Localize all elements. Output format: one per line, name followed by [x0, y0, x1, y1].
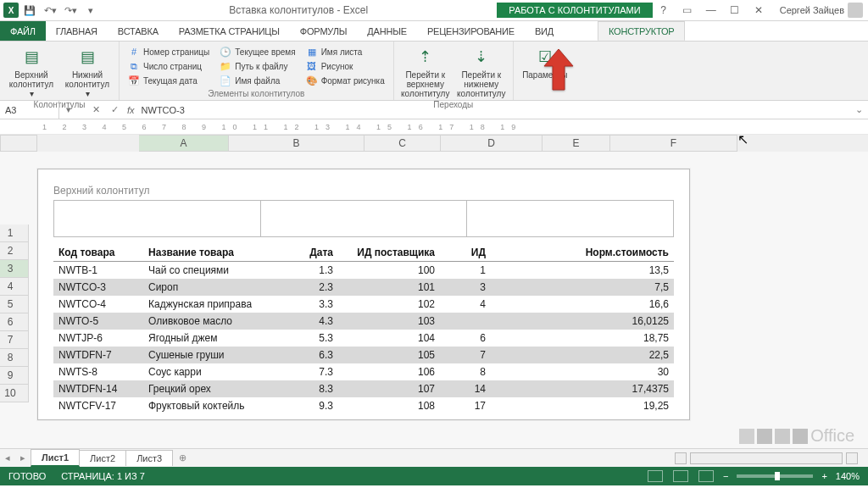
- cell-cost[interactable]: 7,5: [491, 279, 674, 296]
- table-row[interactable]: NWTDFN-7Сушеные груши6.3105722,5: [53, 347, 674, 363]
- cell-supplier[interactable]: 104: [338, 330, 440, 347]
- table-row[interactable]: NWTCO-3Сироп2.310137,5: [53, 279, 674, 296]
- zoom-slider[interactable]: [737, 474, 813, 478]
- elem-page-count[interactable]: ⧉Число страниц: [125, 59, 213, 73]
- cell-supplier[interactable]: 105: [338, 347, 440, 363]
- cell-name[interactable]: Сушеные груши: [143, 347, 279, 363]
- elem-fmt-picture[interactable]: 🎨Формат рисунка: [303, 74, 388, 87]
- elem-page-no[interactable]: #Номер страницы: [125, 45, 213, 58]
- cell-date[interactable]: 6.3: [279, 347, 338, 363]
- fx-icon[interactable]: fx: [124, 105, 138, 115]
- table-row[interactable]: NWTDFN-14Грецкий орех8.31071417,4375: [53, 380, 674, 397]
- cell-supplier[interactable]: 101: [338, 279, 440, 296]
- cell-supplier[interactable]: 107: [338, 380, 440, 397]
- cell-id[interactable]: 8: [440, 363, 491, 380]
- row-header-7[interactable]: 7: [0, 331, 29, 349]
- cell-id[interactable]: 14: [440, 380, 491, 397]
- elem-cur-time[interactable]: 🕒Текущее время: [216, 45, 298, 58]
- goto-bottom-button[interactable]: ⇣Перейти к нижнему колонтитулу: [455, 43, 508, 100]
- elem-filename[interactable]: 📄Имя файла: [216, 74, 298, 87]
- maximize-icon[interactable]: ☐: [724, 2, 746, 19]
- cell-code[interactable]: NWTDFN-14: [53, 380, 143, 397]
- th-id[interactable]: ИД: [440, 244, 491, 262]
- cell-cost[interactable]: 19,25: [491, 397, 674, 414]
- row-header-3[interactable]: 3: [0, 260, 29, 278]
- tab-view[interactable]: ВИД: [525, 21, 564, 41]
- qat-customize-icon[interactable]: ▾: [81, 2, 100, 19]
- cell-code[interactable]: NWTO-5: [53, 313, 143, 330]
- qat-redo-icon[interactable]: ↷▾: [61, 2, 80, 19]
- th-cost[interactable]: Норм.стоимость: [491, 244, 674, 262]
- tab-formulas[interactable]: ФОРМУЛЫ: [290, 21, 357, 41]
- close-icon[interactable]: ✕: [748, 2, 770, 19]
- cell-id[interactable]: 4: [440, 296, 491, 313]
- col-header-d[interactable]: D: [441, 135, 542, 152]
- cell-date[interactable]: 3.3: [279, 296, 338, 313]
- cell-id[interactable]: [440, 313, 491, 330]
- tab-data[interactable]: ДАННЫЕ: [357, 21, 417, 41]
- cell-supplier[interactable]: 100: [338, 262, 440, 280]
- cell-code[interactable]: NWTB-1: [53, 262, 143, 280]
- cell-id[interactable]: 3: [440, 279, 491, 296]
- cell-code[interactable]: NWTDFN-7: [53, 347, 143, 363]
- cell-id[interactable]: 7: [440, 347, 491, 363]
- zoom-out-icon[interactable]: −: [723, 471, 728, 481]
- qat-save-icon[interactable]: 💾: [20, 2, 39, 19]
- table-row[interactable]: NWTJP-6Ягодный джем5.3104618,75: [53, 330, 674, 347]
- formula-expand-icon[interactable]: ⌄: [849, 104, 868, 115]
- cell-date[interactable]: 9.3: [279, 397, 338, 414]
- cell-date[interactable]: 1.3: [279, 262, 338, 280]
- cell-date[interactable]: 4.3: [279, 313, 338, 330]
- cell-code[interactable]: NWTCFV-17: [53, 397, 143, 414]
- cell-name[interactable]: Сироп: [143, 279, 279, 296]
- params-button[interactable]: ☑Параметры: [519, 43, 571, 81]
- horizontal-scrollbar[interactable]: [193, 452, 868, 464]
- help-icon[interactable]: ?: [653, 2, 675, 19]
- row-header-5[interactable]: 5: [0, 296, 29, 313]
- row-header-1[interactable]: 1: [0, 225, 29, 242]
- namebox-dropdown-icon[interactable]: ▾: [59, 104, 78, 115]
- header-top-button[interactable]: ▤Верхний колонтитул ▾: [5, 43, 58, 100]
- row-header-9[interactable]: 9: [0, 367, 29, 385]
- row-header-4[interactable]: 4: [0, 278, 29, 296]
- cell-cost[interactable]: 17,4375: [491, 380, 674, 397]
- accept-formula-icon[interactable]: ✓: [105, 104, 124, 115]
- cell-id[interactable]: 6: [440, 330, 491, 347]
- cell-date[interactable]: 5.3: [279, 330, 338, 347]
- formula-input[interactable]: NWTCO-3: [138, 105, 849, 115]
- elem-sheet[interactable]: ▦Имя листа: [303, 45, 388, 58]
- sheet-tab-3[interactable]: Лист3: [125, 450, 173, 466]
- cell-supplier[interactable]: 103: [338, 313, 440, 330]
- cell-name[interactable]: Оливковое масло: [143, 313, 279, 330]
- table-row[interactable]: NWTO-5Оливковое масло4.310316,0125: [53, 313, 674, 330]
- tab-design[interactable]: КОНСТРУКТОР: [598, 21, 686, 41]
- th-code[interactable]: Код товара: [53, 244, 143, 262]
- col-header-e[interactable]: E: [542, 135, 610, 152]
- add-sheet-icon[interactable]: ⊕: [172, 452, 193, 463]
- sheet-tab-1[interactable]: Лист1: [31, 449, 80, 467]
- cell-code[interactable]: NWTCO-3: [53, 279, 143, 296]
- goto-top-button[interactable]: ⇡Перейти к верхнему колонтитулу: [399, 43, 452, 100]
- row-header-8[interactable]: 8: [0, 349, 29, 367]
- th-supplier[interactable]: ИД поставщика: [338, 244, 440, 262]
- col-header-a[interactable]: A: [139, 135, 229, 152]
- th-name[interactable]: Название товара: [143, 244, 279, 262]
- header-center[interactable]: [261, 201, 468, 236]
- cell-cost[interactable]: 16,6: [491, 296, 674, 313]
- cell-cost[interactable]: 30: [491, 363, 674, 380]
- select-all-corner[interactable]: [0, 135, 37, 152]
- qat-undo-icon[interactable]: ↶▾: [41, 2, 59, 19]
- table-row[interactable]: NWTCO-4Каджунская приправа3.3102416,6: [53, 296, 674, 313]
- cell-date[interactable]: 2.3: [279, 279, 338, 296]
- cell-code[interactable]: NWTS-8: [53, 363, 143, 380]
- cell-cost[interactable]: 16,0125: [491, 313, 674, 330]
- sheet-nav-prev-icon[interactable]: ◂: [0, 452, 15, 463]
- cell-id[interactable]: 1: [440, 262, 491, 280]
- zoom-in-icon[interactable]: +: [821, 471, 826, 481]
- cell-cost[interactable]: 18,75: [491, 330, 674, 347]
- tab-file[interactable]: ФАЙЛ: [0, 21, 46, 41]
- data-table[interactable]: Код товара Название товара Дата ИД поста…: [53, 244, 674, 414]
- header-right[interactable]: [467, 201, 673, 236]
- tab-review[interactable]: РЕЦЕНЗИРОВАНИЕ: [417, 21, 525, 41]
- tab-home[interactable]: ГЛАВНАЯ: [46, 21, 108, 41]
